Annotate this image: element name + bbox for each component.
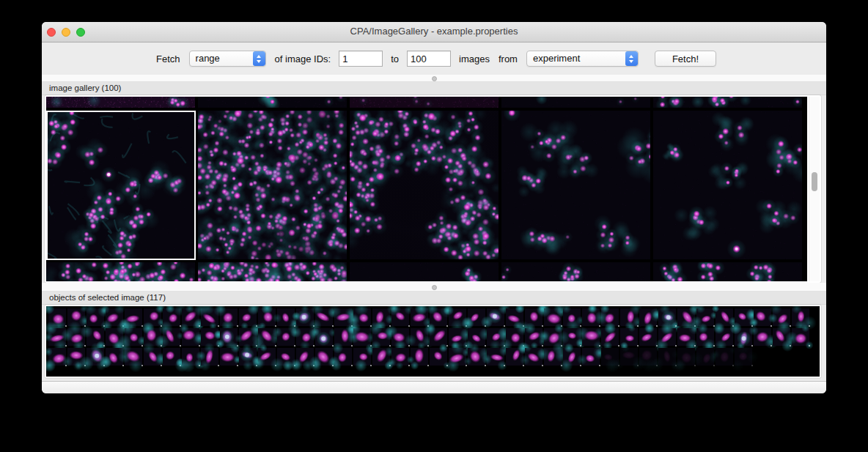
image-id-from-input[interactable] [339, 51, 383, 67]
chevron-up-down-icon [625, 51, 638, 66]
selected-image-tile[interactable] [46, 111, 196, 260]
chevron-up-down-icon [253, 51, 265, 66]
image-gallery-header: image gallery (100) [42, 82, 826, 95]
objects-header: objects of selected image (117) [42, 292, 826, 305]
objects-title: objects of selected image (117) [49, 293, 166, 302]
image-gallery-panel [45, 95, 821, 283]
of-image-ids-label: of image IDs: [275, 53, 331, 64]
fetch-mode-select[interactable]: range [189, 51, 266, 67]
sash-handle-icon [432, 76, 437, 81]
fetch-source-select[interactable]: experiment [526, 51, 639, 67]
objects-canvas[interactable] [46, 306, 820, 377]
fetch-toolbar: Fetch range of image IDs: to images from… [42, 42, 826, 75]
fetch-button[interactable]: Fetch! [655, 51, 716, 67]
image-id-to-input[interactable] [407, 51, 451, 67]
app-window: CPA/ImageGallery - example.properties Fe… [42, 22, 826, 393]
fetch-source-value: experiment [527, 51, 625, 66]
status-bar: Fetched images 1 - 100 from whole experi… [42, 381, 826, 393]
window-title: CPA/ImageGallery - example.properties [42, 22, 826, 41]
splitter-sash-top[interactable] [42, 75, 826, 82]
to-label: to [391, 53, 399, 64]
gallery-scrollbar-thumb[interactable] [812, 172, 817, 191]
fetch-mode-value: range [190, 51, 253, 66]
gallery-scrollbar[interactable] [809, 97, 820, 281]
sash-handle-icon [432, 285, 437, 290]
screen: CPA/ImageGallery - example.properties Fe… [0, 0, 868, 452]
splitter-sash-bottom[interactable] [42, 283, 826, 292]
image-gallery-title: image gallery (100) [49, 84, 121, 92]
title-bar: CPA/ImageGallery - example.properties [42, 22, 826, 42]
fetch-label: Fetch [156, 53, 180, 64]
objects-panel [45, 305, 821, 378]
from-label: from [499, 53, 518, 64]
images-label: images [459, 53, 490, 64]
